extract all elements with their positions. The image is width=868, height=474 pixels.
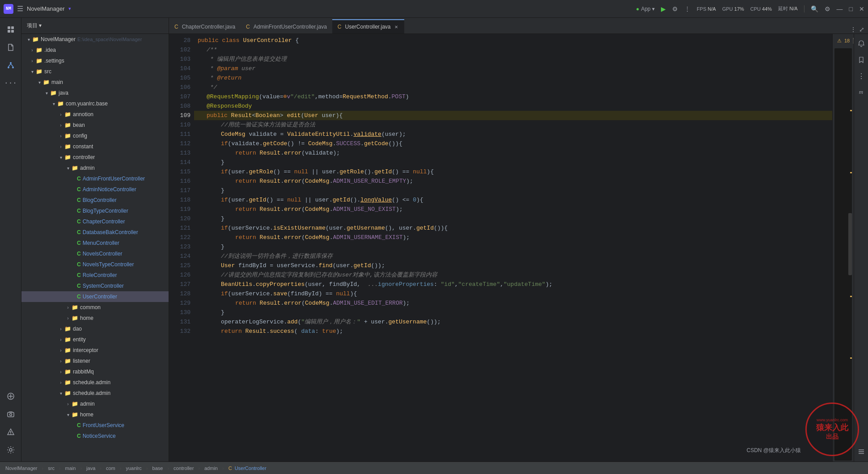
sidebar-icon-camera[interactable] (3, 406, 19, 422)
sidebar-icon-git[interactable] (3, 388, 19, 404)
code-line-115: if(user.getRole() == null || user.getRol… (194, 167, 832, 176)
code-line-113: return Result.error(validate); (194, 148, 832, 158)
tree-item-BlogController[interactable]: › C BlogController (21, 195, 169, 206)
tree-item-service-home[interactable]: ▾ 📁 home (21, 409, 169, 420)
tree-item-settings[interactable]: › 📁 .settings (21, 55, 169, 66)
code-line-118: if(user.getId() == null || user.getId().… (194, 195, 832, 205)
sidebar-bottom-icons (3, 388, 19, 461)
tree-item-AdminNoticeController[interactable]: › C AdminNoticeController (21, 184, 169, 195)
code-line-123: } (194, 242, 832, 252)
tree-item-admin[interactable]: ▾ 📁 admin (21, 163, 169, 173)
svg-rect-0 (8, 26, 10, 29)
csdn-badge: CSDN @猿来入此小猿 (746, 447, 801, 454)
tree-item-idea[interactable]: › 📁 .idea (21, 45, 169, 55)
tree-item-config[interactable]: › 📁 config (21, 130, 169, 141)
sidebar-icon-files[interactable] (3, 39, 19, 55)
code-editor: 28 102 103 104 105 106 107 108 109 110 1… (169, 34, 868, 461)
sidebar-icon-dot[interactable]: ··· (3, 75, 19, 91)
right-icon-list[interactable] (855, 445, 868, 458)
code-line-119: return Result.error(CodeMsg.ADMIN_USE_NO… (194, 205, 832, 214)
tree-item-controller-home[interactable]: › 📁 home (21, 313, 169, 323)
tree-item-RoleController[interactable]: › C RoleController (21, 270, 169, 281)
code-line-116: return Result.error(CodeMsg.ADMIN_USER_R… (194, 176, 832, 186)
code-line-28: public class UserController { (194, 36, 832, 45)
tree-item-ChapterController[interactable]: › C ChapterController (21, 216, 169, 227)
tree-item-BlogTypeController[interactable]: › C BlogTypeController (21, 206, 169, 216)
code-line-125: User findById = userService.find(user.ge… (194, 261, 832, 270)
tree-item-service[interactable]: ▾ 📁 schedule.admin (21, 388, 169, 398)
svg-rect-3 (11, 30, 14, 33)
svg-point-15 (10, 433, 11, 434)
tree-item-java[interactable]: ▾ 📁 java (21, 88, 169, 98)
right-icon-more[interactable]: ⋮ (855, 70, 868, 82)
tree-item-service-admin[interactable]: › 📁 admin (21, 398, 169, 409)
sidebar-icon-explorer[interactable] (3, 21, 19, 38)
tree-item-UserController[interactable]: › C UserController (21, 291, 169, 302)
tree-item-interceptor[interactable]: › 📁 interceptor (21, 345, 169, 356)
tree-item-rabbitMq[interactable]: › 📁 rabbitMq (21, 366, 169, 377)
code-content[interactable]: public class UserController { /** * 编辑用户… (194, 34, 832, 461)
tree-item-entity[interactable]: › 📁 entity (21, 334, 169, 345)
tree-item-NovelsController[interactable]: › C NovelsController (21, 248, 169, 259)
tree-item-common[interactable]: › 📁 common (21, 302, 169, 313)
svg-rect-2 (8, 30, 10, 33)
tab-expand-icon[interactable]: ⤢ (859, 26, 864, 34)
file-tree-header: 项目 ▾ (21, 18, 169, 34)
tree-item-MenuController[interactable]: › C MenuController (21, 238, 169, 248)
line-numbers: 28 102 103 104 105 106 107 108 109 110 1… (169, 34, 194, 461)
mini-warning-3 (850, 296, 852, 297)
tree-item-constant[interactable]: › 📁 constant (21, 141, 169, 152)
search-icon[interactable]: 🔍 (811, 5, 818, 13)
tree-item-NovelsTypeController[interactable]: › C NovelsTypeController (21, 259, 169, 270)
sidebar-icon-settings[interactable] (3, 442, 19, 458)
minimize-button[interactable]: — (837, 5, 843, 13)
tree-item-package[interactable]: ▾ 📁 com.yuanlrc.base (21, 98, 169, 109)
scrollbar-thumb[interactable] (848, 213, 852, 275)
code-line-120: } (194, 214, 832, 223)
code-line-110: //用统一验证实体方法验证是否合法 (194, 120, 832, 130)
run-icon[interactable]: ▶ (661, 5, 666, 13)
sidebar-icon-structure[interactable] (3, 57, 19, 73)
tab-close-UserController[interactable]: ✕ (394, 25, 399, 29)
tree-item-annotion[interactable]: › 📁 annotion (21, 109, 169, 120)
file-tree-title: 项目 ▾ (27, 22, 42, 29)
tree-item-controller[interactable]: ▾ 📁 controller (21, 152, 169, 163)
settings2-icon[interactable]: ⚙ (825, 5, 830, 13)
tab-UserController[interactable]: C UserController.java ✕ (332, 19, 404, 34)
tree-item-dao[interactable]: › 📁 dao (21, 323, 169, 334)
tree-item-FrontUserService[interactable]: › C FrontUserService (21, 420, 169, 431)
tree-item-AdminFrontUserController[interactable]: › C AdminFrontUserController (21, 173, 169, 184)
app-title-chevron[interactable]: ▾ (68, 6, 71, 12)
app-logo: NM (4, 4, 13, 14)
tree-item-DatabaseBakController[interactable]: › C DatabaseBakController (21, 227, 169, 238)
tree-item-listener[interactable]: › 📁 listener (21, 356, 169, 366)
top-bar-left: NM ☰ NovelManager ▾ (4, 4, 71, 14)
tree-item-SystemController[interactable]: › C SystemController (21, 281, 169, 291)
tree-item-root[interactable]: ▾ 📁 NovelManager E:\idea_space\NovelMana… (21, 34, 169, 45)
right-icon-bookmark[interactable] (855, 54, 868, 66)
tab-bar: C ChapterController.java C AdminFrontUse… (169, 18, 868, 34)
restore-button[interactable]: □ (849, 5, 853, 13)
mini-warning-4 (850, 357, 852, 359)
settings-icon[interactable]: ⚙ (672, 5, 678, 13)
tab-AdminFrontUserController[interactable]: C AdminFrontUserController.java (241, 19, 332, 34)
code-line-126: //讲提交的用户信息指定字段复制到已存在的user对象中,该方法会覆盖新字段内容 (194, 270, 832, 280)
tree-item-NoticeService[interactable]: › C NoticeService (21, 431, 169, 441)
tab-more-icon[interactable]: ⋮ (850, 26, 856, 34)
hamburger-icon[interactable]: ☰ (17, 4, 23, 13)
tree-item-main[interactable]: ▾ 📁 main (21, 77, 169, 88)
code-line-112: if(validate.getCode() != CodeMsg.SUCCESS… (194, 139, 832, 148)
more-icon[interactable]: ⋮ (684, 5, 690, 13)
tree-item-src[interactable]: ▾ 📁 src (21, 66, 169, 77)
app-button[interactable]: ● App ▾ (636, 6, 655, 12)
tree-item-bean[interactable]: › 📁 bean (21, 120, 169, 130)
close-button[interactable]: ✕ (859, 5, 864, 13)
right-icon-notifications[interactable] (855, 38, 868, 50)
right-icon-m[interactable]: m (855, 86, 868, 98)
tree-item-schedule[interactable]: › 📁 schedule.admin (21, 377, 169, 388)
sidebar-icon-warning[interactable] (3, 424, 19, 440)
file-tree-content[interactable]: ▾ 📁 NovelManager E:\idea_space\NovelMana… (21, 34, 169, 461)
tab-ChapterController[interactable]: C ChapterController.java (169, 19, 241, 34)
mini-scrollbar[interactable] (834, 48, 852, 461)
code-line-111: CodeMsg validate = ValidateEntityUtil.va… (194, 130, 832, 139)
